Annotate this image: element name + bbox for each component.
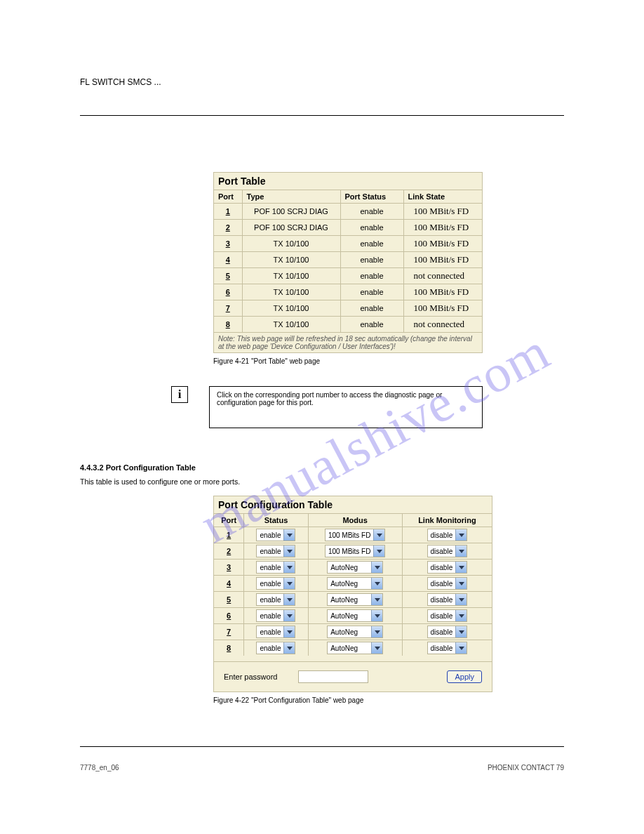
- port-table: Port Type Port Status Link State 1POF 10…: [214, 190, 482, 352]
- port-link[interactable]: 3: [214, 560, 244, 576]
- status-select[interactable]: enable: [256, 609, 295, 622]
- status-select[interactable]: enable: [256, 626, 295, 638]
- modus-select[interactable]: AutoNeg: [327, 577, 383, 590]
- port-link[interactable]: 2: [214, 543, 244, 560]
- select-value: AutoNeg: [328, 644, 371, 652]
- chevron-down-icon[interactable]: [455, 578, 467, 589]
- modus-select[interactable]: AutoNeg: [327, 642, 383, 654]
- chevron-down-icon[interactable]: [455, 594, 467, 605]
- chevron-down-icon[interactable]: [283, 626, 295, 637]
- chevron-down-icon[interactable]: [455, 529, 467, 541]
- modus-select[interactable]: AutoNeg: [327, 593, 383, 606]
- chevron-down-icon[interactable]: [371, 626, 382, 637]
- linkmon-select[interactable]: disable: [427, 609, 468, 622]
- chevron-down-icon[interactable]: [283, 545, 295, 557]
- chevron-down-icon[interactable]: [455, 642, 467, 654]
- cell: not connected: [403, 268, 482, 284]
- linkmon-select[interactable]: disable: [427, 593, 468, 606]
- chevron-down-icon[interactable]: [371, 594, 382, 605]
- port-link[interactable]: 8: [214, 317, 242, 333]
- port-link[interactable]: 7: [214, 300, 242, 317]
- th-link: Link State: [403, 190, 482, 204]
- footer-right: PHOENIX CONTACT 79: [488, 764, 564, 772]
- cell: 100 MBit/s FD: [403, 220, 482, 236]
- cell: enable: [340, 252, 403, 268]
- cfg-table-caption: Figure 4-22 "Port Configuration Table" w…: [213, 696, 564, 704]
- cell: TX 10/100: [242, 284, 340, 300]
- password-input[interactable]: [298, 670, 368, 683]
- chevron-down-icon[interactable]: [283, 562, 295, 573]
- select-value: enable: [257, 644, 283, 652]
- linkmon-select[interactable]: disable: [427, 626, 468, 638]
- chevron-down-icon[interactable]: [283, 529, 295, 541]
- cell: POF 100 SCRJ DIAG: [242, 220, 340, 236]
- status-select[interactable]: enable: [256, 545, 295, 557]
- port-link[interactable]: 6: [214, 284, 242, 300]
- chevron-down-icon[interactable]: [455, 626, 467, 637]
- status-select[interactable]: enable: [256, 577, 295, 590]
- select-value: AutoNeg: [328, 596, 371, 604]
- status-select[interactable]: enable: [256, 529, 295, 541]
- modus-select[interactable]: 100 MBits FD: [325, 545, 386, 557]
- linkmon-select[interactable]: disable: [427, 561, 468, 574]
- port-link[interactable]: 5: [214, 268, 242, 284]
- linkmon-select[interactable]: disable: [427, 545, 468, 557]
- chevron-down-icon[interactable]: [283, 610, 295, 621]
- status-select[interactable]: enable: [256, 642, 295, 654]
- port-link[interactable]: 5: [214, 592, 244, 608]
- chevron-down-icon[interactable]: [373, 529, 384, 541]
- port-link[interactable]: 1: [214, 527, 244, 543]
- port-link[interactable]: 3: [214, 236, 242, 252]
- chevron-down-icon[interactable]: [455, 610, 467, 621]
- cell: TX 10/100: [242, 252, 340, 268]
- chevron-down-icon[interactable]: [371, 610, 382, 621]
- port-table-note: Note: This web page will be refreshed in…: [214, 333, 482, 353]
- chevron-down-icon[interactable]: [455, 562, 467, 573]
- port-table-panel: Port Table Port Type Port Status Link St…: [213, 172, 483, 353]
- cell: enable: [340, 204, 403, 220]
- th-linkmon: Link Monitoring: [402, 514, 492, 527]
- select-value: enable: [257, 548, 283, 555]
- linkmon-select[interactable]: disable: [427, 577, 468, 590]
- port-link[interactable]: 4: [214, 252, 242, 268]
- select-value: disable: [428, 596, 456, 604]
- chevron-down-icon[interactable]: [371, 578, 382, 589]
- cell: 100 MBit/s FD: [403, 252, 482, 268]
- apply-button[interactable]: Apply: [447, 670, 482, 683]
- select-value: disable: [428, 580, 456, 588]
- cell: TX 10/100: [242, 268, 340, 284]
- cell: enable: [340, 268, 403, 284]
- port-link[interactable]: 2: [214, 220, 242, 236]
- modus-select[interactable]: AutoNeg: [327, 609, 383, 622]
- chevron-down-icon[interactable]: [283, 594, 295, 605]
- modus-select[interactable]: AutoNeg: [327, 626, 383, 638]
- linkmon-select[interactable]: disable: [427, 529, 468, 541]
- linkmon-select[interactable]: disable: [427, 642, 468, 654]
- port-link[interactable]: 1: [214, 204, 242, 220]
- select-value: AutoNeg: [328, 612, 371, 620]
- chevron-down-icon[interactable]: [283, 642, 295, 654]
- chevron-down-icon[interactable]: [371, 562, 382, 573]
- port-link[interactable]: 6: [214, 608, 244, 624]
- select-value: disable: [428, 531, 456, 539]
- modus-select[interactable]: AutoNeg: [327, 561, 383, 574]
- chevron-down-icon[interactable]: [371, 642, 382, 654]
- cell: POF 100 SCRJ DIAG: [242, 204, 340, 220]
- status-select[interactable]: enable: [256, 593, 295, 606]
- port-link[interactable]: 8: [214, 640, 244, 656]
- cell: TX 10/100: [242, 236, 340, 252]
- status-select[interactable]: enable: [256, 561, 295, 574]
- port-link[interactable]: 7: [214, 624, 244, 640]
- chevron-down-icon[interactable]: [373, 545, 384, 557]
- cell: enable: [340, 300, 403, 317]
- select-value: AutoNeg: [328, 564, 371, 571]
- chevron-down-icon[interactable]: [283, 578, 295, 589]
- select-value: disable: [428, 564, 456, 571]
- cell: TX 10/100: [242, 317, 340, 333]
- port-table-title: Port Table: [214, 173, 482, 190]
- modus-select[interactable]: 100 MBits FD: [325, 529, 386, 541]
- chevron-down-icon[interactable]: [455, 545, 467, 557]
- port-link[interactable]: 4: [214, 576, 244, 592]
- cell: 100 MBit/s FD: [403, 204, 482, 220]
- footer-left: 7778_en_06: [80, 764, 119, 772]
